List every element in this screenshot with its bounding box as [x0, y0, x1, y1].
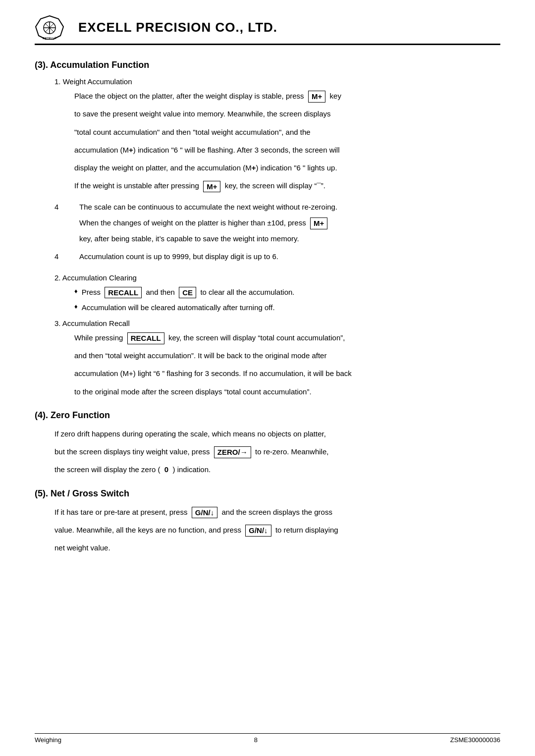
weight-accum-para6: If the weight is unstable after pressing…: [35, 179, 500, 192]
zero-key: ZERO/→: [214, 446, 251, 458]
ng-para2b: to return displaying: [275, 526, 338, 534]
item4a-text2-prefix: When the changes of weight on the platte…: [79, 218, 306, 227]
page-header: EXCELL® EXCELL PRECISION CO., LTD.: [35, 15, 500, 45]
page-footer: Weighing 8 ZSME300000036: [35, 733, 500, 744]
excell-logo: EXCELL®: [35, 15, 64, 40]
bullet1-prefix: Press: [82, 288, 101, 296]
net-gross-para1: If it has tare or pre-tare at present, p…: [35, 506, 500, 519]
mplus-key-2: M+: [203, 181, 220, 193]
section-5-title: (5). Net / Gross Switch: [35, 488, 500, 499]
subsection-2-label: 2. Accumulation Clearing: [35, 273, 500, 282]
bullet-diamond-1: ♦: [74, 287, 78, 295]
footer-page-number: 8: [254, 736, 258, 744]
para4-prefix: accumulation (M: [74, 146, 129, 154]
zero-para2: but the screen displays tiny weight valu…: [35, 445, 500, 458]
item-4a-line2-content: When the changes of weight on the platte…: [79, 216, 500, 229]
bullet1-suffix: to clear all the accumulation.: [200, 288, 294, 296]
zero-indicator: 0: [164, 463, 168, 476]
accum-recall-para3: accumulation (M+) light “6 ” flashing fo…: [35, 367, 500, 380]
para1-text: Place the object on the platter, after t…: [74, 92, 304, 100]
zero-para2-prefix: but the screen displays tiny weight valu…: [54, 447, 210, 456]
zero-para3b: ) indication.: [170, 465, 211, 474]
item-4a-content: The scale can be continuous to accumulat…: [79, 201, 500, 214]
recall-key-1: RECALL: [105, 287, 142, 299]
item-4a-line2: When the changes of weight on the platte…: [35, 216, 500, 229]
ng-para2-prefix: value. Meanwhile, all the keys are no fu…: [54, 526, 241, 534]
net-gross-para3: net weight value.: [35, 541, 500, 554]
gn-key-1: G/N/↓: [192, 507, 217, 519]
para6-prefix: If the weight is unstable after pressing: [74, 181, 199, 190]
recall-para1-prefix: While pressing: [74, 333, 123, 342]
subsection-1-label: 1. Weight Accumulation: [35, 77, 500, 86]
accum-recall-para1: While pressing RECALL key, the screen wi…: [35, 331, 500, 344]
bullet-item-1: ♦ Press RECALL and then CE to clear all …: [35, 286, 500, 299]
svg-text:EXCELL®: EXCELL®: [43, 37, 57, 40]
zero-para2b: to re-zero. Meanwhile,: [255, 447, 328, 456]
ng-para1b: and the screen displays the gross: [222, 508, 332, 516]
weight-accum-para5: display the weight on platter, and the a…: [35, 162, 500, 174]
para5b: ) indication "6 " lights up.: [256, 163, 337, 172]
section-4-title: (4). Zero Function: [35, 410, 500, 421]
mplus-key-3: M+: [310, 217, 327, 229]
bullet-item-2: ♦ Accumulation will be cleared automatic…: [35, 301, 500, 314]
subsection-3-block: 3. Accumulation Recall While pressing RE…: [35, 319, 500, 398]
weight-accum-para2: to save the present weight value into me…: [35, 108, 500, 120]
numbered-item-4a: 4 The scale can be continuous to accumul…: [35, 201, 500, 214]
para4-mid: +: [129, 146, 133, 154]
weight-accum-para4: accumulation (M+) indication "6 " will b…: [35, 144, 500, 157]
section-zero: (4). Zero Function If zero drift happens…: [35, 410, 500, 477]
page-container: EXCELL® EXCELL PRECISION CO., LTD. (3). …: [0, 0, 535, 756]
bullet-2-text: Accumulation will be cleared automatical…: [82, 301, 500, 314]
para5-prefix: display the weight on platter, and the a…: [74, 163, 252, 172]
section-3-title: (3). Accumulation Function: [35, 60, 500, 70]
recall-para1b: key, the screen will display “total coun…: [168, 333, 345, 342]
mplus-key-1: M+: [308, 91, 325, 103]
para1b-text: key: [330, 92, 341, 100]
num-4a: 4: [54, 201, 79, 214]
section-accumulation: (3). Accumulation Function 1. Weight Acc…: [35, 60, 500, 398]
accum-recall-para2: and then “total weight accumulation”. It…: [35, 349, 500, 362]
bullet-diamond-2: ♦: [74, 303, 78, 310]
item-4a-line3-content: key, after being stable, it’s capable to…: [79, 232, 500, 245]
weight-accum-para3: "total count accumulation" and then "tot…: [35, 126, 500, 139]
zero-para3: the screen will display the zero ( 0 ) i…: [35, 463, 500, 476]
subsection-2-block: 2. Accumulation Clearing ♦ Press RECALL …: [35, 273, 500, 314]
section-net-gross: (5). Net / Gross Switch If it has tare o…: [35, 488, 500, 555]
para4b: ) indication "6 " will be flashing. Afte…: [133, 146, 340, 154]
item-4b-content: Accumulation count is up to 9999, but di…: [79, 250, 500, 263]
recall-key-2: RECALL: [127, 332, 164, 344]
logo-area: EXCELL®: [35, 15, 64, 40]
ng-para1-prefix: If it has tare or pre-tare at present, p…: [54, 508, 187, 516]
weight-accum-para1: Place the object on the platter, after t…: [35, 90, 500, 103]
item-4a: 4 The scale can be continuous to accumul…: [35, 201, 500, 246]
num-4b: 4: [54, 250, 79, 263]
footer-section: Weighing: [35, 736, 61, 744]
ce-key: CE: [179, 287, 196, 299]
para6b-text: key, the screen will display “¯”.: [225, 181, 325, 190]
zero-para1: If zero drift happens during operating t…: [35, 428, 500, 440]
subsection-3-label: 3. Accumulation Recall: [35, 319, 500, 327]
company-name: EXCELL PRECISION CO., LTD.: [78, 20, 277, 35]
item4a-text1: The scale can be continuous to accumulat…: [79, 203, 337, 211]
accum-recall-para4: to the original mode after the screen di…: [35, 385, 500, 398]
bullet1-mid: and then: [146, 288, 175, 296]
item-4b: 4 Accumulation count is up to 9999, but …: [35, 250, 500, 263]
bullet-1-text: Press RECALL and then CE to clear all th…: [82, 286, 500, 299]
gn-key-2: G/N/↓: [245, 525, 271, 537]
net-gross-para2: value. Meanwhile, all the keys are no fu…: [35, 524, 500, 537]
footer-doc-id: ZSME300000036: [450, 736, 500, 744]
zero-para3-prefix: the screen will display the zero (: [54, 465, 162, 474]
item-4a-line3: key, after being stable, it’s capable to…: [35, 232, 500, 245]
